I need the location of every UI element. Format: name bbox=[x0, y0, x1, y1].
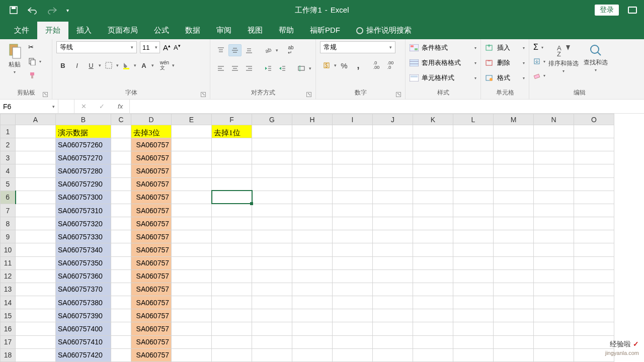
tab-data[interactable]: 数据 bbox=[177, 22, 208, 39]
cell-E9[interactable] bbox=[172, 230, 212, 243]
row-header-2[interactable]: 2 bbox=[1, 138, 16, 151]
cell-D12[interactable]: SA060757 bbox=[131, 269, 172, 283]
cell-H17[interactable] bbox=[292, 335, 333, 348]
cell-L14[interactable] bbox=[453, 296, 494, 309]
cell-N10[interactable] bbox=[534, 243, 574, 256]
cell-I14[interactable] bbox=[333, 296, 373, 309]
cell-O6[interactable] bbox=[574, 191, 614, 204]
cell-H2[interactable] bbox=[292, 138, 333, 151]
tab-view[interactable]: 视图 bbox=[239, 22, 271, 39]
cell-L18[interactable] bbox=[453, 348, 494, 361]
col-header-C[interactable]: C bbox=[111, 114, 131, 125]
cell-B16[interactable]: SA060757400 bbox=[56, 322, 111, 335]
row-header-15[interactable]: 15 bbox=[1, 309, 16, 322]
cell-L2[interactable] bbox=[453, 138, 494, 151]
qat-customize-icon[interactable]: ▾ bbox=[66, 8, 69, 13]
cell-I2[interactable] bbox=[333, 138, 373, 151]
cell-H13[interactable] bbox=[292, 283, 333, 296]
cell-F3[interactable] bbox=[212, 151, 252, 164]
cell-L9[interactable] bbox=[453, 230, 494, 243]
row-header-8[interactable]: 8 bbox=[1, 217, 16, 230]
cell-M14[interactable] bbox=[494, 296, 534, 309]
wrap-text-button[interactable]: ab↵ bbox=[284, 44, 297, 56]
cell-A13[interactable] bbox=[16, 283, 56, 296]
cell-O7[interactable] bbox=[574, 204, 614, 217]
cell-D11[interactable]: SA060757 bbox=[131, 256, 172, 269]
cell-I15[interactable] bbox=[333, 309, 373, 322]
cell-E12[interactable] bbox=[172, 269, 212, 283]
cell-M7[interactable] bbox=[494, 204, 534, 217]
cell-H16[interactable] bbox=[292, 322, 333, 335]
redo-button[interactable] bbox=[46, 6, 58, 15]
cell-M12[interactable] bbox=[494, 269, 534, 283]
cell-D3[interactable]: SA060757 bbox=[131, 151, 172, 164]
cell-H7[interactable] bbox=[292, 204, 333, 217]
col-header-J[interactable]: J bbox=[373, 114, 413, 125]
cell-C14[interactable] bbox=[111, 296, 131, 309]
col-header-M[interactable]: M bbox=[494, 114, 534, 125]
worksheet-grid[interactable]: ABCDEFGHIJKLMNO 1演示数据去掉3位去掉1位2SA06075726… bbox=[0, 114, 644, 362]
cell-G14[interactable] bbox=[252, 296, 292, 309]
cell-J1[interactable] bbox=[373, 125, 413, 138]
grow-font-button[interactable]: A▴ bbox=[163, 43, 171, 52]
cell-J12[interactable] bbox=[373, 269, 413, 283]
cell-C7[interactable] bbox=[111, 204, 131, 217]
cell-N18[interactable] bbox=[534, 348, 574, 361]
row-header-3[interactable]: 3 bbox=[1, 151, 16, 164]
cell-L11[interactable] bbox=[453, 256, 494, 269]
cell-K11[interactable] bbox=[413, 256, 453, 269]
cell-G3[interactable] bbox=[252, 151, 292, 164]
cell-E14[interactable] bbox=[172, 296, 212, 309]
cell-I12[interactable] bbox=[333, 269, 373, 283]
cell-N15[interactable] bbox=[534, 309, 574, 322]
cell-B13[interactable]: SA060757370 bbox=[56, 283, 111, 296]
paste-button[interactable]: 粘贴 ▾ bbox=[4, 41, 25, 74]
cell-A5[interactable] bbox=[16, 177, 56, 191]
cut-button[interactable]: ✂ bbox=[28, 41, 41, 53]
cell-A14[interactable] bbox=[16, 296, 56, 309]
cell-G11[interactable] bbox=[252, 256, 292, 269]
cell-H6[interactable] bbox=[292, 191, 333, 204]
cell-E13[interactable] bbox=[172, 283, 212, 296]
tell-me[interactable]: 操作说明搜索 bbox=[348, 22, 420, 39]
cell-D1[interactable]: 去掉3位 bbox=[131, 125, 172, 138]
bold-button[interactable]: B bbox=[56, 59, 69, 71]
cell-G7[interactable] bbox=[252, 204, 292, 217]
cell-C10[interactable] bbox=[111, 243, 131, 256]
cell-B17[interactable]: SA060757410 bbox=[56, 335, 111, 348]
cell-H15[interactable] bbox=[292, 309, 333, 322]
font-color-button[interactable]: A bbox=[137, 59, 150, 71]
cell-F7[interactable] bbox=[212, 204, 252, 217]
cell-M4[interactable] bbox=[494, 164, 534, 177]
cell-A15[interactable] bbox=[16, 309, 56, 322]
cell-J15[interactable] bbox=[373, 309, 413, 322]
clipboard-dialog-icon[interactable]: ⤡ bbox=[43, 92, 48, 97]
tab-review[interactable]: 审阅 bbox=[208, 22, 239, 39]
cell-C3[interactable] bbox=[111, 151, 131, 164]
conditional-format-button[interactable]: 条件格式▾ bbox=[410, 41, 476, 54]
cell-E15[interactable] bbox=[172, 309, 212, 322]
cell-O11[interactable] bbox=[574, 256, 614, 269]
cell-D6[interactable]: SA060757 bbox=[131, 191, 172, 204]
cell-H11[interactable] bbox=[292, 256, 333, 269]
cell-M8[interactable] bbox=[494, 217, 534, 230]
row-header-6[interactable]: 6 bbox=[1, 191, 16, 204]
cell-G17[interactable] bbox=[252, 335, 292, 348]
cell-C5[interactable] bbox=[111, 177, 131, 191]
cell-M16[interactable] bbox=[494, 322, 534, 335]
login-button[interactable]: 登录 bbox=[595, 5, 619, 16]
cell-K17[interactable] bbox=[413, 335, 453, 348]
save-icon[interactable] bbox=[9, 6, 18, 15]
cell-A17[interactable] bbox=[16, 335, 56, 348]
tab-help[interactable]: 帮助 bbox=[271, 22, 302, 39]
cell-B7[interactable]: SA060757310 bbox=[56, 204, 111, 217]
cell-L7[interactable] bbox=[453, 204, 494, 217]
cell-F15[interactable] bbox=[212, 309, 252, 322]
cell-A12[interactable] bbox=[16, 269, 56, 283]
cell-N8[interactable] bbox=[534, 217, 574, 230]
cell-J9[interactable] bbox=[373, 230, 413, 243]
cell-M9[interactable] bbox=[494, 230, 534, 243]
cell-E2[interactable] bbox=[172, 138, 212, 151]
row-header-18[interactable]: 18 bbox=[1, 348, 16, 361]
cell-K5[interactable] bbox=[413, 177, 453, 191]
